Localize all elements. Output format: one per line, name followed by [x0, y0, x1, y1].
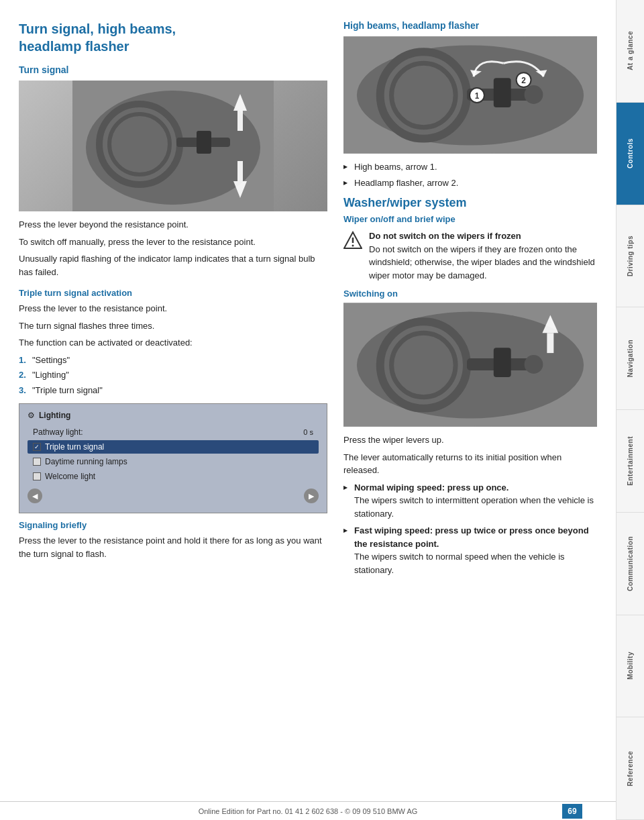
main-content: Turn signal, high beams, headlamp flashe…: [0, 0, 616, 609]
footer: Online Edition for Part no. 01 41 2 602 …: [0, 801, 616, 820]
list-item: 2. "Lighting": [19, 368, 327, 382]
turn-signal-heading: Turn signal: [19, 64, 327, 75]
list-item: High beams, arrow 1.: [343, 160, 597, 174]
sidebar-item-navigation[interactable]: Navigation: [616, 307, 644, 410]
svg-rect-31: [494, 348, 511, 377]
svg-text:1: 1: [475, 91, 480, 101]
turn-signal-body1: Press the lever beyond the resistance po…: [19, 218, 327, 232]
svg-rect-7: [237, 111, 243, 131]
wiper-subheading: Wiper on/off and brief wipe: [343, 214, 597, 224]
right-column: High beams, headlamp flasher: [343, 20, 597, 582]
wiper-body2: The lever automatically returns to its i…: [343, 451, 597, 477]
svg-point-32: [525, 355, 543, 374]
left-column: Turn signal, high beams, headlamp flashe…: [19, 20, 327, 582]
triple-body2: The turn signal flashes three times.: [19, 319, 327, 333]
list-item: Fast wiping speed: press up twice or pre…: [343, 524, 597, 576]
triple-body1: Press the lever to the resistance point.: [19, 302, 327, 315]
sidebar-item-at-a-glance[interactable]: At a glance: [616, 0, 644, 103]
turn-signal-body3: Unusually rapid flashing of the indicato…: [19, 252, 327, 278]
svg-point-25: [352, 245, 354, 247]
sidebar: At a glance Controls Driving tips Naviga…: [616, 0, 644, 820]
warning-icon: [343, 231, 362, 250]
washer-wiper-heading: Washer/wiper system: [343, 196, 597, 210]
turn-signal-image: [19, 81, 327, 211]
page-title: Turn signal, high beams, headlamp flashe…: [19, 20, 327, 55]
svg-rect-34: [547, 333, 553, 353]
settings-screen: ⚙ Lighting Pathway light: 0 s ✓ Triple t…: [19, 403, 327, 513]
settings-gear-icon: ⚙: [28, 411, 35, 420]
svg-rect-8: [237, 161, 243, 181]
settings-nav-buttons: ◀ ▶: [28, 489, 319, 503]
settings-title-bar: ⚙ Lighting: [28, 411, 319, 420]
settings-row-pathway: Pathway light: 0 s: [28, 425, 319, 439]
list-item: 3. "Triple turn signal": [19, 384, 327, 397]
wiper-image: [343, 303, 597, 427]
svg-rect-15: [494, 78, 511, 107]
list-item: Headlamp flasher, arrow 2.: [343, 176, 597, 190]
svg-point-16: [525, 85, 543, 104]
settings-row-triple[interactable]: ✓ Triple turn signal: [28, 440, 319, 454]
triple-checkbox[interactable]: ✓: [33, 443, 41, 451]
welcome-checkbox[interactable]: [33, 472, 41, 480]
warning-box: Do not switch on the wipers if frozen Do…: [343, 228, 597, 283]
settings-row-welcome[interactable]: Welcome light: [28, 470, 319, 483]
warning-text: Do not switch on the wipers if frozen Do…: [369, 229, 597, 282]
triple-body3: The function can be activated or deactiv…: [19, 336, 327, 350]
triple-turn-signal-heading: Triple turn signal activation: [19, 288, 327, 298]
list-item: 1. "Settings": [19, 354, 327, 367]
wiper-body1: Press the wiper levers up.: [343, 433, 597, 447]
signaling-briefly-heading: Signaling briefly: [19, 520, 327, 530]
high-beams-bullets: High beams, arrow 1. Headlamp flasher, a…: [343, 160, 597, 189]
triple-numbered-list: 1. "Settings" 2. "Lighting" 3. "Triple t…: [19, 354, 327, 397]
wiper-bullets: Normal wiping speed: press up once. The …: [343, 481, 597, 577]
high-beams-heading: High beams, headlamp flasher: [343, 20, 597, 31]
sidebar-item-controls[interactable]: Controls: [616, 103, 644, 205]
sidebar-item-entertainment[interactable]: Entertainment: [616, 410, 644, 513]
list-item: Normal wiping speed: press up once. The …: [343, 481, 597, 521]
page-number: 69: [562, 804, 582, 819]
sidebar-item-driving-tips[interactable]: Driving tips: [616, 205, 644, 308]
sidebar-item-reference[interactable]: Reference: [616, 717, 644, 820]
daytime-checkbox[interactable]: [33, 458, 41, 466]
turn-signal-body2: To switch off manually, press the lever …: [19, 236, 327, 249]
settings-row-daytime[interactable]: Daytime running lamps: [28, 455, 319, 468]
sidebar-item-communication[interactable]: Communication: [616, 513, 644, 615]
svg-rect-5: [197, 131, 211, 154]
sidebar-item-mobility[interactable]: Mobility: [616, 615, 644, 718]
settings-nav-right[interactable]: ▶: [304, 489, 319, 503]
svg-text:2: 2: [521, 76, 526, 85]
switching-on-heading: Switching on: [343, 289, 597, 299]
signaling-body: Press the lever to the resistance point …: [19, 534, 327, 560]
high-beams-image: 1 2: [343, 36, 597, 154]
svg-point-1: [86, 91, 260, 205]
settings-nav-left[interactable]: ◀: [28, 489, 42, 503]
